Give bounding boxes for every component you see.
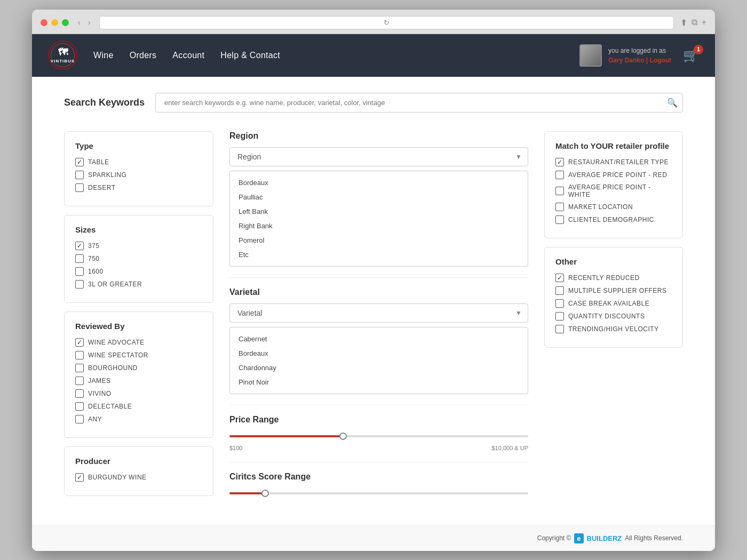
close-button[interactable] (41, 19, 47, 26)
range-labels: $100 $10,000 & UP (229, 445, 528, 451)
size-3l-checkbox[interactable] (75, 280, 84, 289)
review-vivino-label: VIVINO (88, 390, 112, 397)
varietal-chardonnay[interactable]: Chardonnay (230, 361, 528, 375)
address-bar[interactable]: ↻ (99, 16, 673, 29)
match-market-location-checkbox[interactable] (555, 203, 564, 211)
search-input[interactable] (155, 93, 683, 113)
match-avg-white-checkbox[interactable] (555, 187, 564, 195)
type-table-label: TABLE (88, 158, 109, 166)
size-375-label: 375 (88, 242, 100, 250)
varietal-pinot-noir[interactable]: Pinot Noir (230, 375, 528, 389)
critics-range-thumb[interactable] (261, 490, 269, 497)
region-dropdown[interactable]: Region Bordeaux Paulliac Left Bank Right… (229, 147, 528, 166)
reviewed-section: Reviewed By ✓ WINE ADVOCATE WINE SPECTAT… (64, 311, 213, 438)
match-market-location: MARKET LOCATION (555, 203, 672, 211)
logged-in-label: you are logged in as (608, 46, 671, 55)
browser-actions: ⬆⧉+ (680, 18, 706, 28)
sizes-title: Sizes (75, 225, 202, 234)
other-recently-reduced-checkbox[interactable]: ✓ (555, 274, 564, 282)
divider-3 (229, 462, 528, 462)
match-restaurant-checkbox[interactable]: ✓ (555, 158, 564, 166)
review-delectable-label: DELECTABLE (88, 403, 132, 410)
region-etc[interactable]: Etc (230, 247, 528, 262)
review-james-checkbox[interactable] (75, 377, 84, 385)
nav-wine[interactable]: Wine (93, 51, 114, 60)
review-james-label: JAMES (88, 377, 111, 385)
other-quantity-discounts-label: QUANTITY DISCOUNTS (568, 313, 645, 320)
review-any-checkbox[interactable] (75, 415, 84, 423)
back-button[interactable]: ‹ (75, 17, 83, 28)
cart-icon[interactable]: 🛒 1 (683, 48, 699, 63)
size-375-checkbox[interactable]: ✓ (75, 242, 84, 250)
other-quantity-discounts: QUANTITY DISCOUNTS (555, 312, 672, 321)
left-filters: Type ✓ TABLE SPARKLING DESERT (64, 131, 213, 505)
nav-orders[interactable]: Orders (130, 51, 157, 60)
region-right-bank[interactable]: Right Bank (230, 219, 528, 233)
other-multiple-supplier-checkbox[interactable] (555, 286, 564, 295)
critics-score-slider[interactable] (229, 488, 528, 499)
region-pomerol[interactable]: Pomerol (230, 233, 528, 247)
region-left-bank[interactable]: Left Bank (230, 204, 528, 219)
traffic-lights (41, 19, 69, 26)
price-range-title: Price Range (229, 415, 528, 425)
logo[interactable]: 🗺 VINTIBUS (48, 41, 77, 70)
size-1600: 1600 (75, 267, 202, 276)
avatar (579, 44, 602, 67)
price-range-slider[interactable] (229, 431, 528, 442)
type-desert-label: DESERT (88, 184, 115, 191)
main-content: Search Keywords 🔍 Type ✓ TABLE (32, 77, 715, 525)
footer-e-icon: e (574, 533, 583, 543)
other-quantity-discounts-checkbox[interactable] (555, 312, 564, 321)
match-avg-red: AVERAGE PRICE POINT - RED (555, 171, 672, 179)
varietal-dropdown[interactable]: Varietal Cabernet Bordeaux Chardonnay Pi… (229, 303, 528, 323)
producer-section: Producer ✓ BURGUNDY WINE (64, 446, 213, 496)
size-1600-checkbox[interactable] (75, 267, 84, 276)
footer-builderz: BUILDERZ (587, 534, 622, 542)
other-section: Other ✓ RECENTLY REDUCED MULTIPLE SUPPLI… (544, 247, 683, 348)
producer-burgundy-checkbox[interactable]: ✓ (75, 473, 84, 482)
review-wine-spectator-checkbox[interactable] (75, 351, 84, 359)
varietal-cabernet[interactable]: Cabernet (230, 332, 528, 346)
type-sparkling-checkbox[interactable] (75, 171, 84, 179)
minimize-button[interactable] (51, 19, 58, 26)
search-button[interactable]: 🔍 (667, 98, 678, 108)
user-name-logout[interactable]: Gary Danko | Logout (608, 55, 671, 65)
type-desert-checkbox[interactable] (75, 183, 84, 192)
type-title: Type (75, 141, 202, 150)
review-vivino-checkbox[interactable] (75, 389, 84, 398)
review-bourghound-label: BOURGHOUND (88, 364, 138, 372)
type-option-sparkling: SPARKLING (75, 171, 202, 179)
match-avg-red-checkbox[interactable] (555, 171, 564, 179)
logo-text: VINTIBUS (51, 59, 75, 64)
review-bourghound-checkbox[interactable] (75, 364, 84, 372)
match-clientel-checkbox[interactable] (555, 215, 564, 224)
varietal-bordeaux[interactable]: Bordeaux (230, 346, 528, 361)
forward-button[interactable]: › (85, 17, 93, 28)
match-market-location-label: MARKET LOCATION (568, 203, 633, 211)
filters-grid: Type ✓ TABLE SPARKLING DESERT (64, 131, 683, 509)
footer-brand: Copyright © e BUILDERZ All Rights Reserv… (537, 533, 683, 543)
other-trending-label: TRENDING/HIGH VELOCITY (568, 325, 659, 333)
review-delectable-checkbox[interactable] (75, 402, 84, 411)
region-bordeaux[interactable]: Bordeaux (230, 175, 528, 190)
nav-help-contact[interactable]: Help & Contact (220, 51, 280, 60)
type-table-checkbox[interactable]: ✓ (75, 158, 84, 166)
match-avg-red-label: AVERAGE PRICE POINT - RED (568, 171, 667, 179)
critics-score-section: Ciritcs Score Range (229, 472, 528, 499)
footer-copyright: Copyright © (537, 534, 571, 542)
producer-burgundy-label: BURGUNDY WINE (88, 474, 147, 481)
match-section: Match to YOUR retailer profile ✓ RESTAUR… (544, 131, 683, 238)
review-any-label: ANY (88, 415, 102, 423)
maximize-button[interactable] (62, 19, 69, 26)
nav-account[interactable]: Account (172, 51, 204, 60)
critics-score-title: Ciritcs Score Range (229, 472, 528, 482)
divider-2 (229, 405, 528, 405)
review-wine-advocate-checkbox[interactable]: ✓ (75, 338, 84, 347)
logo-map-icon: 🗺 (58, 47, 68, 59)
region-paulliac[interactable]: Paulliac (230, 190, 528, 204)
range-thumb[interactable] (339, 433, 347, 440)
size-750-checkbox[interactable] (75, 254, 84, 263)
range-min-label: $100 (229, 445, 242, 451)
other-trending-checkbox[interactable] (555, 325, 564, 333)
other-case-break-checkbox[interactable] (555, 299, 564, 308)
